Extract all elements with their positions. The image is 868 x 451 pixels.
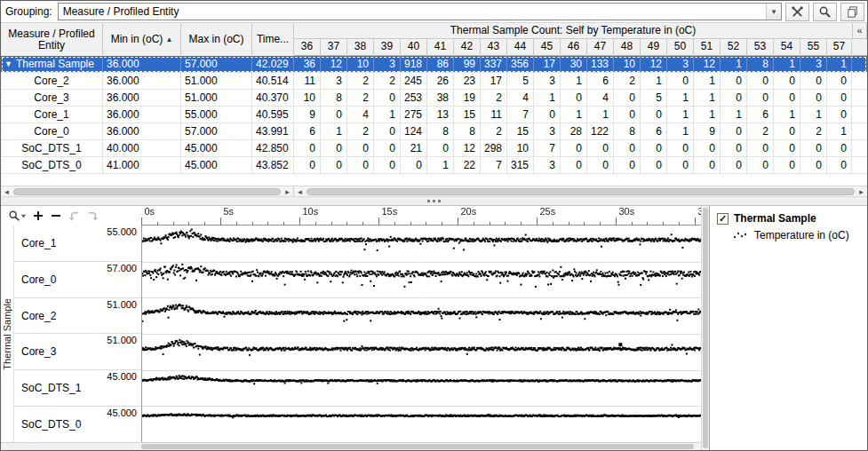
time-cell[interactable]: 43.852 <box>252 157 294 173</box>
temp-column-header[interactable]: 36 <box>294 39 321 55</box>
count-cell[interactable]: 1 <box>321 123 347 139</box>
count-cell[interactable]: 7 <box>507 107 534 123</box>
count-cell[interactable]: 0 <box>800 90 827 106</box>
count-cell[interactable]: 0 <box>561 157 587 173</box>
count-cell[interactable]: 17 <box>481 73 507 89</box>
timeline-hscrollbar-thumb[interactable] <box>141 444 694 449</box>
count-cell[interactable]: 28 <box>561 123 587 139</box>
zoom-in-icon[interactable] <box>32 210 44 222</box>
count-cell[interactable]: 0 <box>827 107 852 123</box>
temp-column-header[interactable]: 53 <box>747 39 774 55</box>
count-cell[interactable]: 133 <box>587 56 614 72</box>
count-cell[interactable]: 8 <box>614 123 641 139</box>
row-name-cell[interactable]: Core_0 <box>1 123 103 139</box>
count-cell[interactable]: 30 <box>561 56 587 72</box>
count-cell[interactable]: 2 <box>374 73 401 89</box>
temp-column-header[interactable]: 57 <box>827 39 852 55</box>
count-cell[interactable]: 0 <box>694 157 721 173</box>
redo-zoom-icon[interactable] <box>86 210 100 223</box>
count-cell[interactable]: 2 <box>347 123 374 139</box>
temp-column-header[interactable]: 41 <box>427 39 454 55</box>
temp-column-header[interactable]: 50 <box>667 39 694 55</box>
count-cell[interactable]: 2 <box>481 123 507 139</box>
legend-group-row[interactable]: ✓ Thermal Sample <box>717 212 860 225</box>
chart-plot-area[interactable] <box>141 226 701 442</box>
count-cell[interactable]: 86 <box>427 56 454 72</box>
count-cell[interactable]: 275 <box>401 107 427 123</box>
count-cell[interactable]: 0 <box>747 140 774 156</box>
table-row[interactable]: Core_036.00057.00043.9916120124882153281… <box>1 123 867 140</box>
column-header-min[interactable]: Min in (oC) ▲ <box>103 23 181 56</box>
count-cell[interactable]: 2 <box>347 73 374 89</box>
count-cell[interactable]: 0 <box>641 157 667 173</box>
count-cell[interactable]: 38 <box>427 90 454 106</box>
count-cell[interactable]: 253 <box>401 90 427 106</box>
count-cell[interactable]: 1 <box>694 90 721 106</box>
count-cell[interactable]: 4 <box>507 90 534 106</box>
count-cell[interactable]: 0 <box>374 140 401 156</box>
count-cell[interactable]: 12 <box>454 140 481 156</box>
count-cell[interactable]: 0 <box>321 140 347 156</box>
count-cell[interactable]: 3 <box>534 123 561 139</box>
count-cell[interactable]: 5 <box>507 73 534 89</box>
temp-column-header[interactable]: 48 <box>614 39 641 55</box>
count-cell[interactable]: 0 <box>774 123 800 139</box>
min-cell[interactable]: 40.000 <box>103 140 181 156</box>
chart-canvas[interactable] <box>142 226 701 442</box>
count-cell[interactable]: 0 <box>321 157 347 173</box>
count-cell[interactable]: 918 <box>401 56 427 72</box>
count-cell[interactable]: 1 <box>561 73 587 89</box>
timeline-vscrollbar-thumb[interactable] <box>703 208 708 448</box>
table-row[interactable]: Core_136.00055.00040.5959041275131511701… <box>1 107 867 123</box>
temp-column-header[interactable]: 43 <box>481 39 507 55</box>
temp-column-header[interactable]: 54 <box>774 39 800 55</box>
time-cell[interactable]: 40.595 <box>252 107 294 123</box>
count-cell[interactable]: 8 <box>321 90 347 106</box>
legend-item[interactable]: Temperature in (oC) <box>733 229 860 241</box>
count-cell[interactable]: 6 <box>747 107 774 123</box>
count-cell[interactable]: 356 <box>507 56 534 72</box>
count-cell[interactable]: 0 <box>774 90 800 106</box>
count-cell[interactable]: 1 <box>667 123 694 139</box>
count-cell[interactable]: 4 <box>347 107 374 123</box>
count-cell[interactable]: 0 <box>747 90 774 106</box>
count-cell[interactable]: 0 <box>827 157 852 173</box>
count-cell[interactable]: 0 <box>641 140 667 156</box>
temp-column-header[interactable]: 49 <box>641 39 667 55</box>
count-cell[interactable]: 1 <box>827 56 852 72</box>
count-cell[interactable]: 0 <box>721 140 747 156</box>
count-cell[interactable]: 6 <box>294 123 321 139</box>
pane-splitter[interactable] <box>1 196 867 206</box>
count-cell[interactable]: 9 <box>694 123 721 139</box>
min-cell[interactable]: 36.000 <box>103 123 181 139</box>
max-cell[interactable]: 45.000 <box>181 140 252 156</box>
row-name-cell[interactable]: SoC_DTS_0 <box>1 157 103 173</box>
count-cell[interactable]: 2 <box>347 90 374 106</box>
max-cell[interactable]: 51.000 <box>181 73 252 89</box>
row-name-cell[interactable]: SoC_DTS_1 <box>1 140 103 156</box>
count-cell[interactable]: 1 <box>641 73 667 89</box>
timeline-hscrollbar[interactable] <box>1 442 701 450</box>
count-cell[interactable]: 1 <box>721 56 747 72</box>
count-cell[interactable]: 1 <box>800 107 827 123</box>
temp-column-header[interactable]: 47 <box>587 39 614 55</box>
search-button[interactable] <box>813 3 837 21</box>
count-cell[interactable]: 1 <box>694 107 721 123</box>
count-cell[interactable]: 0 <box>427 140 454 156</box>
count-cell[interactable]: 0 <box>614 90 641 106</box>
count-cell[interactable]: 0 <box>667 157 694 173</box>
temp-column-header[interactable]: 44 <box>507 39 534 55</box>
hscrollbar-thumb[interactable] <box>307 188 855 195</box>
scroll-left-icon[interactable]: ◂ <box>1 186 12 196</box>
count-cell[interactable]: 8 <box>747 56 774 72</box>
chart-row-label[interactable]: Core_155.000 <box>14 226 141 262</box>
collapse-columns-button[interactable]: « <box>852 23 867 38</box>
count-cell[interactable]: 5 <box>641 90 667 106</box>
count-cell[interactable]: 6 <box>587 73 614 89</box>
count-cell[interactable]: 1 <box>667 90 694 106</box>
temp-column-header[interactable]: 38 <box>347 39 374 55</box>
count-cell[interactable]: 1 <box>374 107 401 123</box>
count-cell[interactable]: 0 <box>401 157 427 173</box>
count-cell[interactable]: 21 <box>401 140 427 156</box>
count-cell[interactable]: 0 <box>587 157 614 173</box>
